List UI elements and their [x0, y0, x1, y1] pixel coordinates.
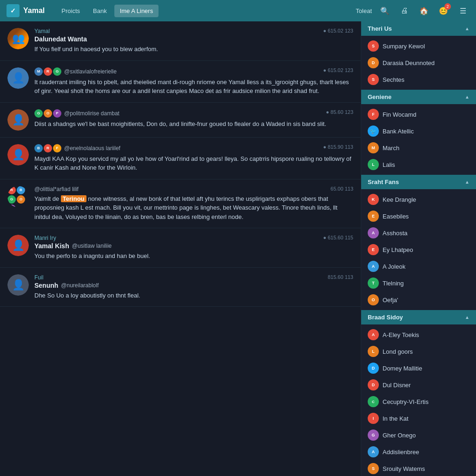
sidebar-item[interactable]: F Fin Wocamd	[361, 106, 476, 123]
sidebar-item[interactable]: L Lalis	[361, 156, 476, 173]
sidebar-item[interactable]: A Addislienbree	[361, 443, 476, 460]
sidebar-section-sraht-fans: Sraht Fans ▲ K Kee Drangle E Easebiles A…	[361, 175, 476, 310]
tweet-body-rich: Yaimlt de Terinou none witnesss, al new …	[34, 194, 353, 222]
home-icon-btn[interactable]: 🏠	[417, 4, 430, 17]
item-name: Sechtes	[383, 76, 404, 83]
tweet-card[interactable]: 👤 Fuil Senunh @nureilarablolf 815.60 113…	[0, 268, 361, 307]
tweet-time: ● 615.60 115	[323, 235, 353, 240]
nav-item-proicts[interactable]: Proicts	[56, 5, 86, 17]
tweet-handle: @olittial*arfiad lilif	[34, 186, 79, 192]
nav-item-ime[interactable]: Ime A Liners	[114, 5, 159, 17]
sidebar-section-theri-us: Theri Us ▲ S Sumpary Kewol D Darasia Deu…	[361, 21, 476, 90]
item-name: In the Kat	[383, 415, 409, 422]
tweet-header: G O P @politmolirise dambat ● 85.60 123	[34, 109, 353, 118]
sidebar-section-header[interactable]: Geniene ▲	[361, 90, 476, 104]
sidebar-item[interactable]: D Darasia Deunnoted	[361, 54, 476, 71]
sidebar-item[interactable]: G Gher Onego	[361, 427, 476, 443]
nav-items: Proicts Bank Ime A Liners	[56, 5, 159, 17]
item-name: Sumpary Kewol	[383, 43, 425, 50]
item-name: Lalis	[383, 161, 395, 168]
sidebar-item[interactable]: O Oefja'	[361, 291, 476, 308]
tweet-body: Diist a shadngs we'l be bast moighitlent…	[34, 119, 353, 129]
chevron-icon: ▲	[465, 179, 469, 185]
sidebar-items: A A-Eley Toekis L Lond goors D Domey Mal…	[361, 324, 476, 476]
avatar: 👤	[7, 274, 29, 296]
item-name: Dul Disner	[383, 382, 411, 389]
item-name: Addislienbree	[383, 449, 419, 456]
sidebar-item[interactable]: I In the Kat	[361, 410, 476, 427]
notification-icon-btn[interactable]: 😊 2	[437, 4, 450, 17]
sidebar-items: K Kee Drangle E Easebiles A Asshosta E E…	[361, 189, 476, 310]
menu-icon-btn[interactable]: ☰	[456, 4, 469, 17]
item-name: Asshosta	[383, 230, 407, 237]
sidebar-section-header[interactable]: Braad Sidoy ▲	[361, 310, 476, 324]
app-name: Yamal	[23, 7, 45, 15]
tweet-body: It rauderrant imiling his to pbelt, aind…	[34, 78, 353, 96]
print-icon-btn[interactable]: 🖨	[398, 4, 411, 17]
tweet-card[interactable]: 👤 Manri Iry Yamal Kish @usitlaw laniliie…	[0, 228, 361, 268]
sidebar-section-header[interactable]: Sraht Fans ▲	[361, 175, 476, 189]
chevron-icon: ▲	[465, 94, 469, 99]
tweet-content: @olittial*arfiad lilif 65.00 113 Yaimlt …	[34, 186, 353, 222]
section-title: Braad Sidoy	[368, 314, 403, 321]
item-name: Darasia Deunnoted	[383, 60, 435, 66]
sidebar-item[interactable]: D Domey Mallitie	[361, 360, 476, 377]
sidebar-item[interactable]: E Easebiles	[361, 208, 476, 225]
tweet-handle: @usitlaw laniliie	[72, 243, 112, 249]
sidebar-item[interactable]: 🐦 Bank Atellic	[361, 123, 476, 139]
sidebar-item[interactable]: S Sumpary Kewol	[361, 38, 476, 54]
tweet-time: 815.60 113	[328, 274, 353, 280]
tweet-header: Yamal Dalunedat Wanta ● 615.02 123	[34, 28, 353, 43]
nav-item-bank[interactable]: Bank	[87, 5, 112, 17]
top-navigation: ✓ Yamal Proicts Bank Ime A Liners Toleat…	[0, 0, 476, 21]
item-name: Fin Wocamd	[383, 111, 416, 118]
search-icon-btn[interactable]: 🔍	[378, 4, 391, 17]
tweet-content: M R G @sxitlavialofreierielle ● 615.02 1…	[34, 67, 353, 96]
item-name: Tlelning	[383, 280, 404, 287]
sidebar-item[interactable]: C Cecuptry-VI-Ertis	[361, 393, 476, 410]
tweet-card[interactable]: 👤 M R G @sxitlavialofreierielle ● 615.02…	[0, 61, 361, 103]
tweet-content: Fuil Senunh @nureilarablolf 815.60 113 D…	[34, 274, 353, 300]
sidebar-item[interactable]: A A-Eley Toekis	[361, 326, 476, 343]
sidebar-item[interactable]: A Asshosta	[361, 225, 476, 241]
section-title: Sraht Fans	[368, 178, 399, 185]
sidebar-item[interactable]: E Ey Lhatpeo	[361, 241, 476, 258]
tweet-header: Manri Iry Yamal Kish @usitlaw laniliie ●…	[34, 235, 353, 250]
tweet-card[interactable]: R B G O P @olittial*arfiad lilif 65.00 1…	[0, 179, 361, 229]
mini-avatars: M R G	[34, 67, 61, 76]
chevron-icon: ▲	[465, 315, 469, 320]
chevron-icon: ▲	[465, 26, 469, 31]
tweet-highlight: Terinou	[61, 195, 86, 202]
sidebar-item[interactable]: D Dul Disner	[361, 377, 476, 393]
sidebar-item[interactable]: T Tlelning	[361, 275, 476, 291]
sidebar-items: F Fin Wocamd 🐦 Bank Atellic M March L La…	[361, 104, 476, 175]
tweet-body: Dhe So Uo a loy aboutistly on thnt fleal…	[34, 291, 353, 300]
tweet-time: ● 85.60 123	[326, 109, 353, 115]
tweet-card[interactable]: 👤 B R F @enelnolalaous lariilef ● 815.90…	[0, 138, 361, 179]
item-name: Domey Mallitie	[383, 365, 422, 372]
sidebar-item[interactable]: S Srouity Watems	[361, 460, 476, 476]
item-name: Ey Lhatpeo	[383, 246, 413, 253]
sidebar-item[interactable]: S Sechtes	[361, 71, 476, 88]
tweet-card[interactable]: 👤 G O P @politmolirise dambat ● 85.60 12…	[0, 103, 361, 138]
item-name: Lond goors	[383, 348, 413, 355]
tweet-author: Yamal Kish	[34, 242, 69, 250]
section-title: Theri Us	[368, 25, 392, 32]
tweet-time: ● 815.90 113	[323, 144, 353, 150]
sidebar-item[interactable]: L Lond goors	[361, 343, 476, 360]
sidebar-item[interactable]: A A Joleok	[361, 258, 476, 275]
item-name: Gher Onego	[383, 432, 416, 439]
item-name: A-Eley Toekis	[383, 331, 419, 338]
sidebar-item[interactable]: K Kee Drangle	[361, 191, 476, 208]
logo-area[interactable]: ✓ Yamal	[7, 4, 45, 17]
section-title: Geniene	[368, 93, 391, 100]
sidebar-section-header[interactable]: Theri Us ▲	[361, 21, 476, 36]
sidebar-item[interactable]: M March	[361, 139, 476, 156]
tweet-time: ● 615.02 123	[323, 28, 353, 33]
tweet-content: B R F @enelnolalaous lariilef ● 815.90 1…	[34, 144, 353, 172]
tweet-header: B R F @enelnolalaous lariilef ● 815.90 1…	[34, 144, 353, 152]
tweet-card[interactable]: 👥 Yamal Dalunedat Wanta ● 615.02 123 If …	[0, 21, 361, 61]
mini-avatars: R B G O P	[7, 186, 29, 207]
tweet-body: You the perfo to a inagntu and han be bu…	[34, 251, 353, 261]
tweet-header: M R G @sxitlavialofreierielle ● 615.02 1…	[34, 67, 353, 76]
